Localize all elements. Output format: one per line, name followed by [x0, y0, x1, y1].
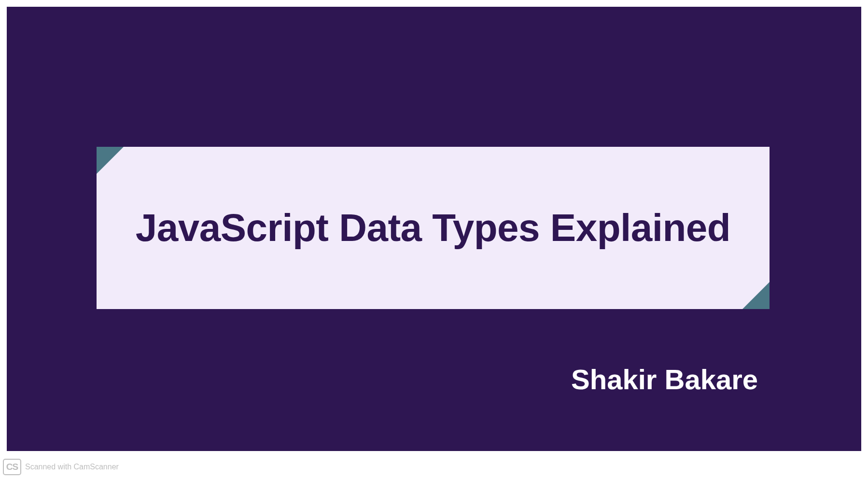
title-box: JavaScript Data Types Explained: [97, 147, 770, 309]
camscanner-badge-icon: CS: [3, 459, 21, 475]
author-name: Shakir Bakare: [571, 363, 758, 395]
slide-title: JavaScript Data Types Explained: [136, 206, 730, 250]
watermark-text: Scanned with CamScanner: [25, 463, 119, 471]
slide-container: JavaScript Data Types Explained Shakir B…: [7, 7, 861, 451]
scanner-watermark: CS Scanned with CamScanner: [3, 459, 119, 475]
